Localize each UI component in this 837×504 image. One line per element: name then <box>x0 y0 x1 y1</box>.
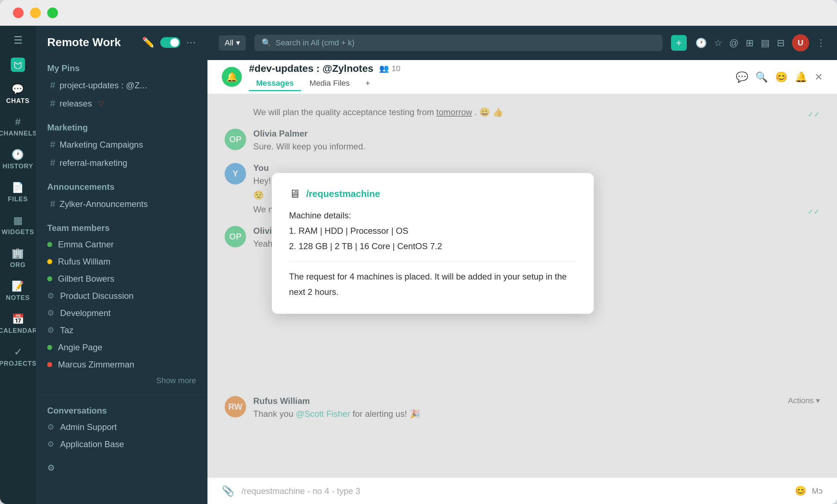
settings-icon: ⚙ <box>47 291 54 301</box>
add-button[interactable]: + <box>671 35 687 51</box>
conversations-section: Conversations ⚙ Admin Support ⚙ Applicat… <box>36 397 207 457</box>
title-bar <box>0 0 837 26</box>
member-name: Development <box>60 308 111 318</box>
grid-icon[interactable]: ⊟ <box>777 38 785 49</box>
sidebar-item-channels[interactable]: # CHANNELS <box>0 116 37 137</box>
online-dot <box>47 345 52 350</box>
sidebar-notes-label: NOTES <box>6 294 30 302</box>
msg-text: Sure. Will keep you informed. <box>253 140 820 153</box>
hash-icon: # <box>50 80 55 91</box>
actions-chevron-icon: ▾ <box>816 396 820 405</box>
message-input[interactable] <box>241 486 788 496</box>
member-name: Marcus Zimmerman <box>58 360 134 370</box>
sidebar-item-projects[interactable]: ✓ PROJECTS <box>0 346 37 367</box>
show-more-button[interactable]: Show more <box>36 373 207 388</box>
topbar: All ▾ 🔍 Search in All (cmd + k) + 🕐 ☆ @ … <box>207 26 837 60</box>
conversation-name: Application Base <box>60 439 124 449</box>
sender-name: You <box>253 163 269 173</box>
nav-item-angie[interactable]: Angie Page <box>36 339 207 356</box>
comment-icon[interactable]: 💬 <box>736 71 748 83</box>
sidebar-calendar-label: CALENDAR <box>0 327 38 335</box>
maximize-button[interactable] <box>47 8 58 18</box>
nav-item-application-base[interactable]: ⚙ Application Base <box>36 436 207 453</box>
sidebar-item-history[interactable]: 🕐 HISTORY <box>3 149 33 170</box>
nav-item-rufus[interactable]: Rufus William <box>36 253 207 270</box>
team-members-title: Team members <box>36 219 207 236</box>
star-icon[interactable]: ☆ <box>714 38 722 49</box>
nav-item-zylker-announcements[interactable]: # Zylker-Announcements <box>39 195 205 213</box>
nav-item-project-updates[interactable]: # project-updates : @Z... <box>39 76 205 94</box>
sidebar-item-calendar[interactable]: 📅 CALENDAR <box>0 313 38 335</box>
sidebar-history-label: HISTORY <box>3 163 33 170</box>
sidebar-item-chats[interactable]: 💬 CHATS <box>6 83 30 105</box>
sidebar-item-org[interactable]: 🏢 ORG <box>10 247 26 269</box>
settings-icon: ⚙ <box>47 423 54 432</box>
message-row: RW Rufus William Thank you @Scott Fisher… <box>225 396 820 420</box>
nav-item-admin-support[interactable]: ⚙ Admin Support <box>36 419 207 436</box>
msg-tick: ✓✓ <box>808 110 820 119</box>
msg-tick: ✓✓ <box>808 207 820 216</box>
nav-item-gilbert[interactable]: Gilbert Bowers <box>36 270 207 287</box>
hash-icon: # <box>50 198 55 209</box>
topbar-menu[interactable]: ☰ <box>14 34 23 46</box>
msg-content: Olivia Palmer Sure. Will keep you inform… <box>253 129 820 153</box>
nav-item-taz[interactable]: ⚙ Taz <box>36 322 207 339</box>
markdown-icon[interactable]: Mↄ <box>812 486 823 496</box>
sidebar-item-files[interactable]: 📄 FILES <box>8 182 28 203</box>
nav-item-product-discussion[interactable]: ⚙ Product Discussion <box>36 287 207 305</box>
clock-icon[interactable]: 🕐 <box>695 38 707 49</box>
heart-icon: ♡ <box>98 99 104 108</box>
apps-icon[interactable]: ⊞ <box>746 38 754 49</box>
nav-item-marcus[interactable]: Marcus Zimmerman <box>36 356 207 373</box>
settings-area: ⚙ <box>36 457 207 479</box>
nav-item-referral-marketing[interactable]: # referral-marketing <box>39 154 205 172</box>
sidebar-item-notes[interactable]: 📝 NOTES <box>6 280 30 302</box>
message-row: OP Olivia Palmer Sure. Will keep you inf… <box>225 129 820 153</box>
bell-icon[interactable]: 🔔 <box>795 71 807 83</box>
topbar-right-icons: 🕐 ☆ @ ⊞ ▤ ⊟ U ⋮ <box>695 34 826 51</box>
close-icon[interactable]: ✕ <box>814 71 823 83</box>
search-bar[interactable]: 🔍 Search in All (cmd + k) <box>254 35 662 51</box>
popup-card-footer: The request for 4 machines is placed. It… <box>289 269 577 300</box>
app-window: ☰ 💬 CHATS # CHANNELS 🕐 HISTORY 📄 F <box>0 0 837 504</box>
all-dropdown[interactable]: All ▾ <box>219 35 246 50</box>
attachment-icon[interactable]: 📎 <box>222 485 234 497</box>
logo-area <box>11 58 25 72</box>
close-button[interactable] <box>13 8 24 18</box>
settings-icon: ⚙ <box>47 326 54 335</box>
my-pins-section: My Pins # project-updates : @Z... # rele… <box>36 56 207 115</box>
sender-name: Olivia Palmer <box>253 129 308 138</box>
popup-card-wrapper: 🖥 /requestmachine Machine details: 1. RA… <box>272 173 594 314</box>
nav-item-releases[interactable]: # releases ♡ <box>39 94 205 113</box>
at-icon[interactable]: @ <box>729 38 739 49</box>
nav-item-development[interactable]: ⚙ Development <box>36 305 207 322</box>
minimize-button[interactable] <box>30 8 41 18</box>
remote-work-toggle[interactable] <box>160 37 180 48</box>
channel-tabs: Messages Media Files + <box>249 76 400 91</box>
team-members-section: Team members Emma Cartner Rufus William … <box>36 216 207 391</box>
layout-icon[interactable]: ▤ <box>761 38 770 49</box>
nav-item-label: referral-marketing <box>59 158 127 168</box>
sidebar-item-widgets[interactable]: ▦ WIDGETS <box>2 214 34 236</box>
settings-gear-icon[interactable]: ⚙ <box>47 463 55 473</box>
more-options-icon[interactable]: ⋯ <box>186 36 196 48</box>
actions-button[interactable]: Actions ▾ <box>788 396 820 405</box>
compose-icon[interactable]: ✏️ <box>142 36 155 48</box>
emoji-button[interactable]: 😊 <box>795 485 806 496</box>
nav-item-emma[interactable]: Emma Cartner <box>36 236 207 253</box>
avatar: OP <box>225 226 246 247</box>
nav-item-marketing-campaigns[interactable]: # Marketing Campaigns <box>39 135 205 154</box>
smiley-icon[interactable]: 😊 <box>775 71 788 83</box>
channel-search-icon[interactable]: 🔍 <box>755 71 768 83</box>
search-icon: 🔍 <box>261 38 271 48</box>
channel-info: 🔔 #dev-updates : @Zylnotes 👥 10 Messages <box>222 63 400 91</box>
tab-messages[interactable]: Messages <box>249 76 301 91</box>
members-icon: 👥 <box>379 64 389 73</box>
mention[interactable]: @Scott Fisher <box>296 409 350 419</box>
tab-media-files[interactable]: Media Files <box>302 76 357 91</box>
tab-add[interactable]: + <box>358 76 377 91</box>
popup-line1: Machine details: <box>289 208 577 223</box>
user-avatar[interactable]: U <box>792 34 809 51</box>
input-area: 📎 😊 Mↄ <box>207 477 837 504</box>
more-icon[interactable]: ⋮ <box>816 38 826 49</box>
